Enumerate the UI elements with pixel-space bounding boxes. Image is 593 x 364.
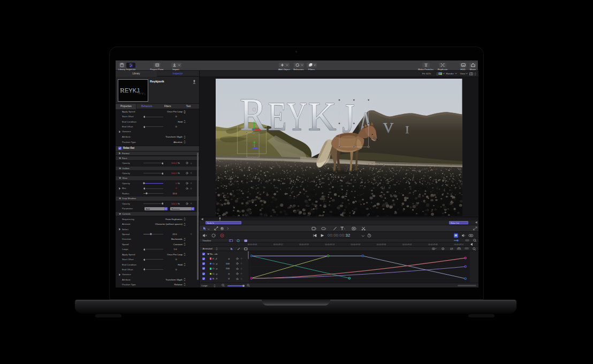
svg-text:Y: Y [287, 93, 307, 138]
svg-text:REYKJ: REYKJ [120, 86, 139, 94]
svg-text:K: K [308, 93, 337, 138]
svg-text:A: A [138, 90, 141, 95]
svg-text:E: E [268, 93, 287, 138]
svg-text:I: I [406, 124, 409, 135]
svg-text:V: V [383, 119, 394, 135]
svg-text:V: V [141, 92, 144, 95]
svg-text:I: I [145, 93, 146, 95]
